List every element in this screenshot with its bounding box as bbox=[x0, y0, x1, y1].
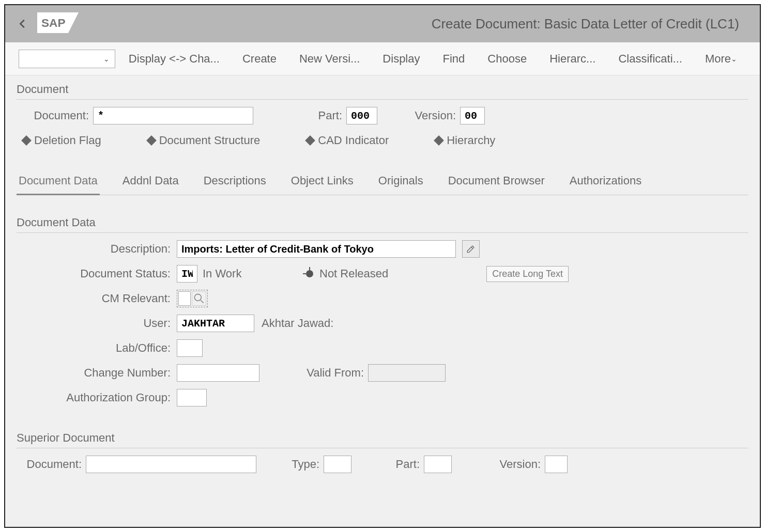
superior-document-section: Superior Document Document: Type: Part: … bbox=[17, 431, 748, 473]
tb-new-version[interactable]: New Versi... bbox=[290, 49, 369, 69]
cm-relevant-wrapper bbox=[177, 290, 208, 307]
valid-from-input bbox=[368, 364, 446, 382]
svg-point-2 bbox=[194, 294, 201, 301]
lab-label: Lab/Office: bbox=[17, 341, 177, 355]
document-input[interactable] bbox=[93, 107, 253, 124]
valid-from-label: Valid From: bbox=[259, 366, 368, 380]
superior-heading: Superior Document bbox=[17, 431, 748, 445]
chevron-left-icon bbox=[17, 18, 28, 29]
part-input[interactable] bbox=[346, 107, 377, 124]
document-label: Document: bbox=[31, 109, 93, 122]
sup-version-input[interactable] bbox=[545, 456, 568, 473]
tb-create[interactable]: Create bbox=[233, 49, 286, 69]
document-data-section: Document Data Description: Document Stat… bbox=[17, 216, 748, 406]
cm-search-button[interactable] bbox=[192, 291, 206, 306]
content-area: Document Document: Part: Version: Deleti… bbox=[5, 75, 760, 527]
tab-document-data[interactable]: Document Data bbox=[17, 170, 100, 195]
document-section: Document Document: Part: Version: Deleti… bbox=[17, 83, 748, 147]
tab-object-links[interactable]: Object Links bbox=[289, 170, 356, 195]
user-name-text: Akhtar Jawad: bbox=[262, 317, 333, 330]
indicator-row: Deletion Flag Document Structure CAD Ind… bbox=[17, 129, 748, 147]
indicator-hierarchy[interactable]: Hierarchy bbox=[435, 134, 495, 147]
document-heading: Document bbox=[17, 83, 748, 96]
status-label: Document Status: bbox=[17, 267, 177, 280]
tb-more[interactable]: More⌄ bbox=[696, 49, 746, 69]
search-icon bbox=[192, 292, 206, 305]
tab-addnl-data[interactable]: Addnl Data bbox=[120, 170, 181, 195]
sup-part-label: Part: bbox=[351, 458, 424, 471]
tab-authorizations[interactable]: Authorizations bbox=[568, 170, 644, 195]
tb-choose[interactable]: Choose bbox=[478, 49, 536, 69]
page-title: Create Document: Basic Data Letter of Cr… bbox=[432, 16, 739, 32]
docdata-heading: Document Data bbox=[17, 216, 748, 229]
description-label: Description: bbox=[17, 242, 177, 256]
user-label: User: bbox=[17, 317, 177, 330]
sup-type-input[interactable] bbox=[324, 456, 351, 473]
authorization-group-input[interactable] bbox=[177, 389, 207, 406]
tb-more-label: More bbox=[705, 52, 731, 66]
pencil-icon bbox=[466, 244, 476, 254]
tb-display[interactable]: Display bbox=[373, 49, 429, 69]
tb-classification[interactable]: Classificati... bbox=[609, 49, 691, 69]
divider bbox=[17, 99, 748, 100]
status-dot-icon bbox=[306, 270, 313, 277]
diamond-icon bbox=[305, 135, 315, 146]
edit-description-button[interactable] bbox=[462, 240, 480, 258]
diamond-icon bbox=[434, 135, 444, 146]
description-input[interactable] bbox=[177, 240, 456, 258]
chevron-down-icon: ⌄ bbox=[731, 55, 737, 63]
not-released-text: Not Released bbox=[319, 267, 388, 280]
auth-label: Authorization Group: bbox=[17, 391, 177, 404]
lab-input[interactable] bbox=[177, 339, 203, 357]
tab-strip: Document Data Addnl Data Descriptions Ob… bbox=[17, 170, 748, 195]
back-button[interactable] bbox=[13, 14, 32, 33]
sup-document-input[interactable] bbox=[86, 456, 256, 473]
svg-line-3 bbox=[201, 300, 203, 303]
divider bbox=[17, 448, 748, 448]
status-text: In Work bbox=[203, 267, 306, 280]
tab-document-browser[interactable]: Document Browser bbox=[446, 170, 547, 195]
diamond-icon bbox=[146, 135, 157, 146]
status-code-input[interactable] bbox=[177, 265, 197, 283]
app-window: SAP Create Document: Basic Data Letter o… bbox=[4, 4, 761, 528]
cm-label: CM Relevant: bbox=[17, 292, 177, 305]
diamond-icon bbox=[21, 135, 32, 146]
divider bbox=[17, 232, 748, 233]
sup-type-label: Type: bbox=[256, 458, 324, 471]
sup-version-label: Version: bbox=[452, 458, 545, 471]
version-label: Version: bbox=[377, 109, 460, 122]
sap-logo: SAP bbox=[37, 12, 79, 35]
user-input[interactable] bbox=[177, 315, 254, 332]
sup-part-input[interactable] bbox=[424, 456, 452, 473]
tab-descriptions[interactable]: Descriptions bbox=[202, 170, 268, 195]
svg-text:SAP: SAP bbox=[41, 16, 66, 29]
indicator-cad[interactable]: CAD Indicator bbox=[307, 134, 389, 147]
part-label: Part: bbox=[253, 109, 346, 122]
tab-originals[interactable]: Originals bbox=[376, 170, 425, 195]
change-label: Change Number: bbox=[17, 366, 177, 380]
sup-document-label: Document: bbox=[24, 458, 86, 471]
create-long-text-button[interactable]: Create Long Text bbox=[486, 266, 569, 282]
tb-display-change[interactable]: Display <-> Cha... bbox=[119, 49, 229, 69]
tb-find[interactable]: Find bbox=[434, 49, 475, 69]
cm-relevant-input[interactable] bbox=[178, 291, 191, 306]
change-number-input[interactable] bbox=[177, 364, 259, 382]
indicator-document-structure[interactable]: Document Structure bbox=[148, 134, 261, 147]
indicator-deletion-flag[interactable]: Deletion Flag bbox=[23, 134, 101, 147]
toolbar: ⌄ Display <-> Cha... Create New Versi...… bbox=[5, 42, 760, 75]
version-input[interactable] bbox=[460, 107, 485, 124]
titlebar: SAP Create Document: Basic Data Letter o… bbox=[5, 5, 760, 42]
tb-hierarchy[interactable]: Hierarc... bbox=[540, 49, 605, 69]
chevron-down-icon: ⌄ bbox=[103, 55, 110, 63]
toolbar-dropdown[interactable]: ⌄ bbox=[19, 50, 115, 68]
